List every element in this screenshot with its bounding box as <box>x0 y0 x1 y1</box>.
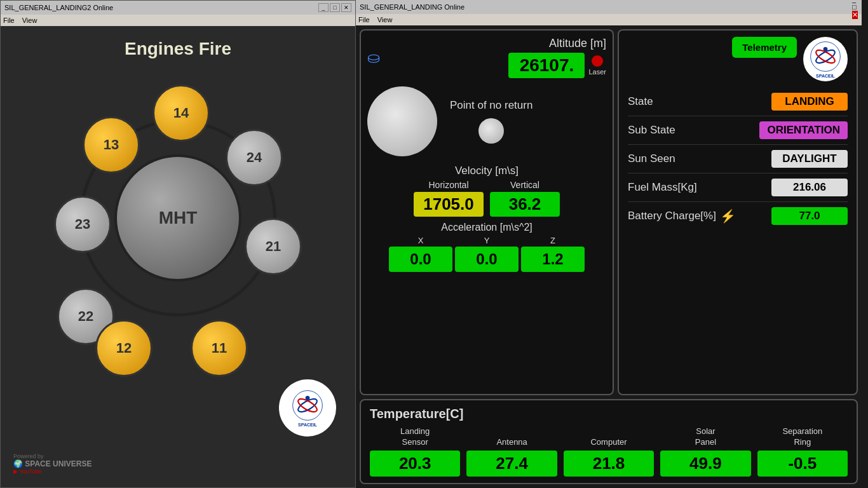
accel-y-value: 0.0 <box>455 247 519 272</box>
laser-dot <box>592 55 603 67</box>
temp-separation-ring-value: -0.5 <box>757 451 848 477</box>
accel-y-label: Y <box>484 236 490 245</box>
engine-diagram: MHT 13 14 24 23 21 22 12 11 <box>44 65 311 370</box>
point-no-return-area: Point of no return <box>450 99 532 144</box>
fuel-mass-row: Fuel Mass[Kg] 216.06 <box>628 173 848 202</box>
right-maximize-button[interactable]: □ <box>852 3 858 11</box>
svg-point-4 <box>811 41 841 71</box>
temp-landing-sensor-value: 20.3 <box>370 451 460 477</box>
sun-seen-row: Sun Seen DAYLIGHT <box>628 145 848 173</box>
svg-point-3 <box>306 396 310 400</box>
horizontal-velocity: Horizontal 1705.0 <box>414 180 484 217</box>
acceleration-axes: X 0.0 Y 0.0 Z 1.2 <box>367 236 606 272</box>
mht-center: MHT <box>114 154 241 281</box>
left-menubar: File View <box>1 15 355 26</box>
telemetry-panel: ⛀ Altitude [m] 26107. Laser <box>360 29 614 395</box>
right-close-button[interactable]: ✕ <box>852 11 858 19</box>
temp-computer: Computer 21.8 <box>564 437 654 477</box>
engine-node-14: 14 <box>153 85 210 142</box>
right-window-controls[interactable]: _ □ ✕ <box>852 0 858 19</box>
acceleration-label: Acceleration [m\s^2] <box>367 222 606 233</box>
temp-antenna-label: Antenna <box>496 437 527 448</box>
left-menu-view[interactable]: View <box>22 17 37 24</box>
temp-landing-sensor: LandingSensor 20.3 <box>370 426 460 477</box>
velocity-section: Velocity [m\s] Horizontal 1705.0 Vertica… <box>367 165 606 217</box>
right-window-title: SIL_GENERAL_LANDING Online <box>360 3 465 11</box>
altitude-row: ⛀ Altitude [m] 26107. Laser <box>367 37 606 78</box>
right-titlebar: SIL_GENERAL_LANDING Online _ □ ✕ <box>356 0 862 14</box>
svg-point-0 <box>293 390 323 420</box>
moon-area: Point of no return <box>367 83 606 159</box>
left-window: SIL_GENERAL_LANDING2 Online _ □ ✕ File V… <box>0 0 356 488</box>
engine-node-24: 24 <box>226 129 283 186</box>
engine-node-21: 21 <box>245 218 302 275</box>
temp-separation-ring: SeparationRing -0.5 <box>757 426 848 477</box>
accel-z: Z 1.2 <box>521 236 585 272</box>
laser-label: Laser <box>588 68 606 76</box>
temp-solar-panel: SolarPanel 49.9 <box>660 426 750 477</box>
status-panel: Telemetry SPACEIL State LANDING <box>618 29 858 395</box>
battery-label-group: Battery Charge[%] ⚡ <box>628 208 736 224</box>
temp-antenna-value: 27.4 <box>466 451 557 477</box>
right-menu-view[interactable]: View <box>377 16 393 24</box>
engines-title: Engines Fire <box>1 39 355 59</box>
state-value: LANDING <box>771 93 848 111</box>
fuel-mass-value: 216.06 <box>771 179 848 196</box>
spaceil-name-left: SPACEIL <box>298 423 317 427</box>
laser-indicator: Laser <box>588 55 606 76</box>
temp-separation-ring-label: SeparationRing <box>782 426 822 448</box>
left-menu-file[interactable]: File <box>3 17 15 24</box>
state-row: State LANDING <box>628 88 848 116</box>
fuel-mass-label: Fuel Mass[Kg] <box>628 181 697 194</box>
engine-node-11: 11 <box>191 320 248 377</box>
vertical-velocity: Vertical 36.2 <box>490 180 560 217</box>
accel-z-value: 1.2 <box>521 247 585 272</box>
velocity-label: Velocity [m\s] <box>367 165 606 177</box>
sun-seen-label: Sun Seen <box>628 152 675 165</box>
sub-state-value: ORIENTATION <box>759 121 848 139</box>
svg-point-7 <box>824 47 828 51</box>
velocity-row: Horizontal 1705.0 Vertical 36.2 <box>367 180 606 217</box>
moon-large <box>367 86 437 156</box>
temp-computer-value: 21.8 <box>564 451 654 477</box>
temp-solar-panel-value: 49.9 <box>660 451 750 477</box>
accel-y: Y 0.0 <box>455 236 519 272</box>
accel-x-label: X <box>418 236 424 245</box>
point-no-return-label: Point of no return <box>450 99 532 112</box>
sub-state-row: Sub State ORIENTATION <box>628 116 848 145</box>
accel-x-value: 0.0 <box>389 247 452 272</box>
lightning-icon: ⚡ <box>720 208 736 224</box>
vertical-value: 36.2 <box>490 192 560 217</box>
sub-state-label: Sub State <box>628 124 675 137</box>
right-menu-file[interactable]: File <box>358 16 370 24</box>
temp-solar-panel-label: SolarPanel <box>695 426 716 448</box>
landing-icon: ⛀ <box>367 49 380 67</box>
spaceuniverse-branding: Powered by 🌍 SPACE UNIVERSE ▶ YouTube <box>13 453 92 475</box>
sun-seen-value: DAYLIGHT <box>771 150 848 168</box>
left-minimize-button[interactable]: _ <box>318 3 329 12</box>
left-window-controls[interactable]: _ □ ✕ <box>318 3 351 12</box>
left-window-title: SIL_GENERAL_LANDING2 Online <box>4 4 113 11</box>
left-close-button[interactable]: ✕ <box>341 3 351 12</box>
temp-computer-label: Computer <box>590 437 627 448</box>
battery-label: Battery Charge[%] <box>628 210 716 222</box>
telemetry-button[interactable]: Telemetry <box>732 37 797 58</box>
spaceil-name-right: SPACEIL <box>816 74 835 78</box>
left-titlebar: SIL_GENERAL_LANDING2 Online _ □ ✕ <box>1 1 355 15</box>
spaceil-logo-left: SPACEIL <box>279 379 336 437</box>
horizontal-label: Horizontal <box>428 180 468 190</box>
top-section: ⛀ Altitude [m] 26107. Laser <box>360 29 858 395</box>
spaceil-logo-right-svg <box>810 41 841 72</box>
altitude-value: 26107. <box>508 53 585 78</box>
engine-node-13: 13 <box>83 116 140 173</box>
left-maximize-button[interactable]: □ <box>330 3 340 12</box>
altitude-label: Altitude [m] <box>549 37 606 50</box>
vertical-label: Vertical <box>510 180 539 190</box>
state-label: State <box>628 95 653 108</box>
temperature-row: LandingSensor 20.3 Antenna 27.4 Computer… <box>370 426 848 477</box>
spaceil-logo-left-svg <box>292 390 323 421</box>
spaceil-logo-right: SPACEIL <box>803 37 848 81</box>
acceleration-section: Acceleration [m\s^2] X 0.0 Y 0.0 Z 1.2 <box>367 222 606 272</box>
temp-landing-sensor-label: LandingSensor <box>400 426 430 448</box>
main-content: ⛀ Altitude [m] 26107. Laser <box>356 25 862 488</box>
